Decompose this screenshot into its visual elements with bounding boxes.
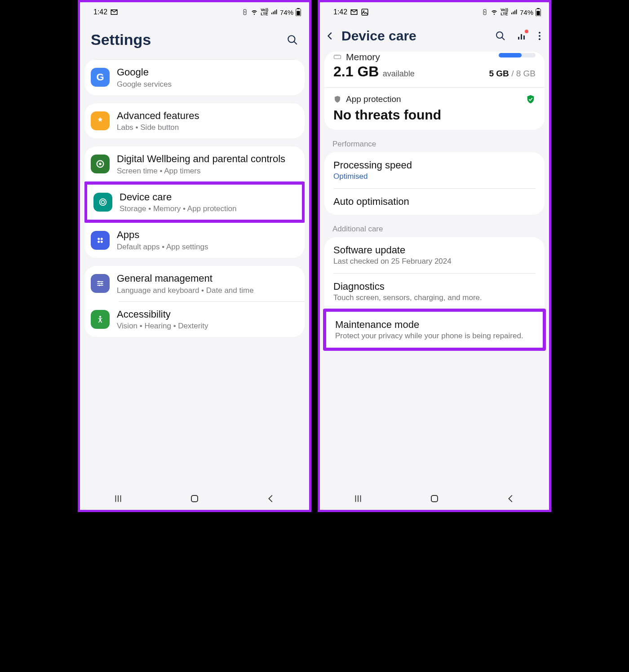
svg-point-8 bbox=[288, 35, 295, 42]
back-icon[interactable] bbox=[266, 494, 276, 504]
battery-icon bbox=[296, 8, 301, 16]
svg-rect-29 bbox=[362, 9, 368, 15]
item-auto-optimisation[interactable]: Auto optimisation bbox=[324, 189, 545, 215]
signal-icon bbox=[510, 9, 518, 15]
svg-point-21 bbox=[98, 281, 99, 282]
settings-item-general[interactable]: General management Language and keyboard… bbox=[84, 266, 305, 301]
memory-icon bbox=[333, 54, 341, 60]
gallery-icon bbox=[361, 8, 369, 16]
battery-pct: 74% bbox=[520, 9, 533, 16]
status-bar: 1:42 Vo))LTE 74% bbox=[320, 2, 549, 20]
search-icon[interactable] bbox=[495, 31, 506, 41]
svg-point-16 bbox=[97, 241, 100, 243]
search-icon[interactable] bbox=[287, 34, 298, 46]
svg-rect-55 bbox=[431, 495, 438, 502]
gmail-icon bbox=[110, 8, 118, 16]
gmail-icon bbox=[350, 8, 358, 16]
settings-item-digital-wellbeing[interactable]: Digital Wellbeing and parental controls … bbox=[84, 146, 305, 182]
svg-rect-34 bbox=[514, 11, 515, 14]
item-title: General management bbox=[117, 272, 297, 285]
svg-point-15 bbox=[101, 238, 103, 240]
svg-rect-42 bbox=[521, 34, 522, 40]
memory-bar bbox=[499, 53, 536, 57]
item-sub: Screen time • App timers bbox=[117, 167, 297, 176]
svg-rect-43 bbox=[523, 35, 525, 40]
device-care-screen: 1:42 Vo))LTE 74% Device care Memory bbox=[318, 0, 551, 512]
back-button[interactable] bbox=[325, 31, 335, 41]
section-performance: Performance bbox=[320, 136, 549, 152]
svg-rect-4 bbox=[276, 9, 277, 14]
svg-point-24 bbox=[99, 316, 101, 318]
status-bar: 1:42 Vo))LTE 74% bbox=[80, 2, 309, 20]
item-sub: Last checked on 25 February 2024 bbox=[333, 257, 536, 266]
nav-bar bbox=[320, 487, 549, 510]
item-sub: Google services bbox=[117, 80, 297, 89]
google-icon: G bbox=[91, 68, 110, 87]
recents-icon[interactable] bbox=[113, 494, 123, 504]
item-diagnostics[interactable]: Diagnostics Touch screen, sensors, charg… bbox=[324, 274, 545, 309]
home-icon[interactable] bbox=[189, 493, 200, 504]
item-title: Digital Wellbeing and parental controls bbox=[117, 153, 297, 166]
item-title: Processing speed bbox=[333, 159, 536, 171]
svg-rect-2 bbox=[273, 12, 274, 14]
item-title: Google bbox=[117, 66, 297, 79]
settings-item-google[interactable]: G Google Google services bbox=[84, 60, 305, 95]
chart-icon[interactable] bbox=[517, 31, 527, 41]
svg-rect-33 bbox=[513, 12, 514, 14]
svg-line-9 bbox=[294, 41, 297, 44]
memory-card[interactable]: Memory 2.1 GB available 5 GB / 8 GB App … bbox=[324, 52, 545, 130]
svg-point-12 bbox=[100, 199, 106, 206]
memory-total: / 8 GB bbox=[509, 69, 536, 78]
svg-rect-47 bbox=[334, 55, 341, 59]
devicecare-icon bbox=[93, 193, 112, 212]
settings-item-advanced[interactable]: Advanced features Labs • Side button bbox=[84, 103, 305, 139]
battery-icon bbox=[536, 8, 541, 16]
svg-point-44 bbox=[539, 32, 540, 34]
item-sub: Labs • Side button bbox=[117, 123, 297, 132]
item-title: Software update bbox=[333, 244, 536, 256]
wifi-icon bbox=[490, 9, 498, 15]
item-software-update[interactable]: Software update Last checked on 25 Febru… bbox=[324, 237, 545, 273]
volte-icon: Vo))LTE bbox=[261, 8, 268, 16]
item-title: Apps bbox=[117, 229, 297, 242]
svg-rect-35 bbox=[516, 9, 517, 14]
volte-icon: Vo))LTE bbox=[501, 8, 508, 16]
svg-point-23 bbox=[99, 285, 100, 286]
item-processing-speed[interactable]: Processing speed Optimised bbox=[324, 152, 545, 188]
wifi-icon bbox=[250, 9, 258, 15]
recents-icon[interactable] bbox=[353, 494, 363, 504]
svg-point-17 bbox=[101, 241, 103, 243]
settings-item-apps[interactable]: Apps Default apps • App settings bbox=[84, 222, 305, 258]
item-title: Advanced features bbox=[117, 110, 297, 123]
back-icon[interactable] bbox=[506, 494, 516, 504]
general-icon bbox=[91, 274, 110, 293]
status-time: 1:42 bbox=[93, 8, 107, 16]
svg-point-30 bbox=[363, 10, 364, 12]
item-title: Diagnostics bbox=[333, 281, 536, 292]
shield-check-icon bbox=[526, 94, 536, 105]
item-title: Maintenance mode bbox=[335, 319, 534, 331]
settings-item-device-care[interactable]: Device care Storage • Memory • App prote… bbox=[84, 181, 305, 223]
more-icon[interactable] bbox=[538, 31, 541, 41]
svg-point-39 bbox=[496, 32, 503, 38]
svg-point-13 bbox=[101, 200, 104, 203]
memory-header: Memory bbox=[346, 52, 380, 62]
item-sub: Default apps • App settings bbox=[117, 243, 297, 252]
svg-point-11 bbox=[99, 163, 102, 166]
status-time: 1:42 bbox=[333, 8, 347, 16]
shield-icon bbox=[333, 95, 341, 104]
svg-rect-41 bbox=[518, 37, 519, 40]
settings-item-accessibility[interactable]: Accessibility Vision • Hearing • Dexteri… bbox=[84, 302, 305, 337]
svg-rect-3 bbox=[275, 11, 275, 14]
item-maintenance-mode[interactable]: Maintenance mode Protect your privacy wh… bbox=[323, 309, 546, 351]
accessibility-icon bbox=[91, 310, 110, 329]
home-icon[interactable] bbox=[429, 493, 440, 504]
apps-icon bbox=[91, 231, 110, 250]
svg-rect-7 bbox=[297, 11, 300, 15]
settings-screen: 1:42 Vo))LTE 74% Settings G Google Googl… bbox=[78, 0, 311, 512]
battery-charging-icon bbox=[482, 9, 488, 16]
item-sub: Language and keyboard • Date and time bbox=[117, 286, 297, 295]
app-protection-row[interactable]: App protection bbox=[333, 94, 536, 105]
svg-point-46 bbox=[539, 38, 540, 40]
svg-rect-1 bbox=[271, 13, 272, 14]
